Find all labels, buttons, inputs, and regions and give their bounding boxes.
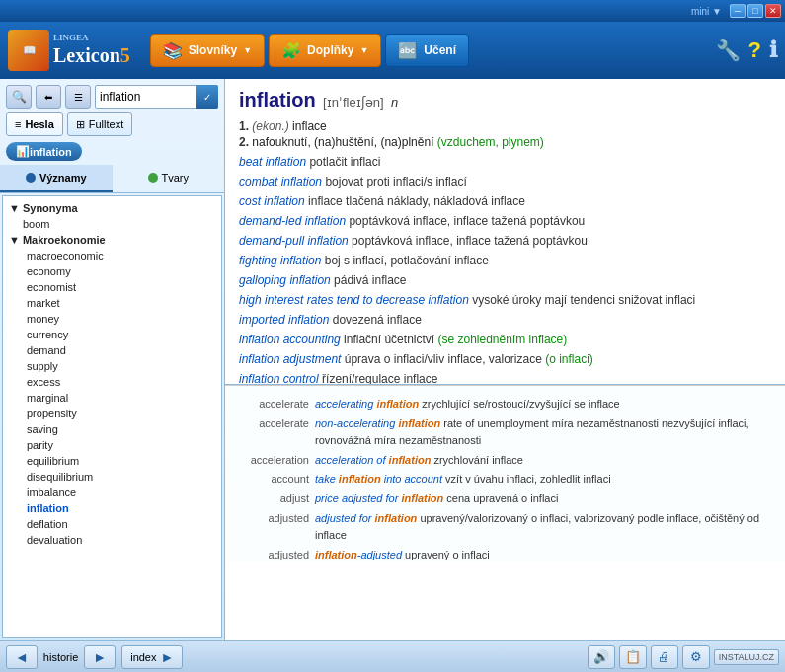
doplniky-button[interactable]: 🧩 Doplňky ▼ — [269, 34, 381, 67]
phrase-row: fighting inflation boj s inflací, potlač… — [239, 252, 771, 269]
app-logo: 📖 LINGEA Lexicon5 — [8, 30, 130, 71]
phrase-row: galloping inflation pádivá inflace — [239, 271, 771, 289]
phrase-row: high interest rates tend to decrease inf… — [239, 291, 771, 309]
bottom-content: acceleration of inflation zrychlování in… — [315, 452, 523, 470]
install-label[interactable]: INSTALUJ.CZ — [714, 649, 779, 665]
fulltext-icon: ⊞ — [76, 118, 85, 131]
dict-pos: n — [391, 95, 398, 110]
main-layout: 🔍 ⬅ ☰ ✓ ≡ Hesla ⊞ Fulltext 📊 inflation — [0, 79, 785, 640]
copy-button[interactable]: 📋 — [619, 645, 647, 669]
arrow-left-icon: ◄ — [15, 649, 29, 665]
search-back-button[interactable]: ⬅ — [36, 85, 61, 109]
mini-label[interactable]: mini ▼ — [685, 6, 728, 17]
speaker-button[interactable]: 🔊 — [588, 645, 615, 669]
bottom-area[interactable]: accelerateaccelerating inflation zrychlu… — [225, 385, 785, 562]
search-bar: 🔍 ⬅ ☰ ✓ — [0, 79, 224, 112]
bottom-content: take inflation into account vzít v úvahu… — [315, 471, 611, 488]
phrase-row: cost inflation inflace tlačená náklady, … — [239, 192, 771, 210]
print-button[interactable]: 🖨 — [651, 645, 678, 669]
bottom-key: adjusted — [235, 547, 309, 562]
dict-phrases: beat inflation potlačit inflacicombat in… — [239, 153, 771, 385]
dict-sense-row: 2. nafouknutí, (na)huštění, (na)plnění (… — [239, 135, 771, 149]
uceni-button[interactable]: 🔤 Učení — [385, 34, 469, 67]
index-arrow-icon: ► — [160, 649, 174, 665]
phrase-row: beat inflation potlačit inflaci — [239, 153, 771, 171]
bottom-key: acceleration — [235, 452, 309, 470]
tree-item[interactable]: disequilibrium — [3, 469, 221, 485]
tree-item[interactable]: marginal — [3, 390, 221, 406]
tree-item[interactable]: equilibrium — [3, 453, 221, 469]
tree-item[interactable]: market — [3, 295, 221, 311]
bottom-content: inflation-adjusted upravený o inflaci — [315, 547, 490, 562]
bottom-row: adjustedinflation-adjusted upravený o in… — [235, 547, 775, 562]
fulltext-tab[interactable]: ⊞ Fulltext — [67, 112, 132, 136]
title-bar: mini ▼ ─ □ ✕ — [0, 0, 785, 22]
tree-item[interactable]: macroeconomic — [3, 248, 221, 263]
tree-item[interactable]: economist — [3, 279, 221, 295]
tree-item[interactable]: currency — [3, 327, 221, 342]
dict-phonetic: [ɪnˈfleɪʃən] — [323, 95, 383, 110]
green-dot — [148, 173, 158, 183]
search-go-button[interactable]: ✓ — [196, 85, 218, 109]
tree-panel[interactable]: ▼ Synonymaboom▼ Makroekonomiemacroeconom… — [2, 195, 222, 638]
tree-item[interactable]: demand — [3, 342, 221, 358]
bottom-row: accelerationacceleration of inflation zr… — [235, 452, 775, 470]
phrase-row: inflation accounting inflační účetnictví… — [239, 331, 771, 348]
search-menu-button[interactable]: ☰ — [65, 85, 91, 109]
hist-back-button[interactable]: ◄ — [6, 645, 38, 669]
tree-item[interactable]: money — [3, 311, 221, 327]
tab-row: ≡ Hesla ⊞ Fulltext — [0, 112, 224, 140]
minimize-button[interactable]: ─ — [730, 4, 746, 18]
maximize-button[interactable]: □ — [747, 4, 763, 18]
tree-item[interactable]: excess — [3, 374, 221, 390]
tree-item[interactable]: saving — [3, 421, 221, 437]
tvary-toggle[interactable]: Tvary — [113, 165, 225, 192]
tree-item[interactable]: imbalance — [3, 485, 221, 500]
dict-word: inflation — [239, 89, 316, 111]
tree-item[interactable]: ▼ Makroekonomie — [3, 232, 221, 248]
tree-item[interactable]: supply — [3, 358, 221, 374]
histoire-label: historie — [43, 651, 78, 663]
dict-senses: 1. (ekon.) inflace2. nafouknutí, (na)huš… — [239, 119, 771, 149]
logo-bar: 📖 LINGEA Lexicon5 📚 Slovníky ▼ 🧩 Doplňky… — [0, 22, 785, 79]
bottom-content: price adjusted for inflation cena uprave… — [315, 490, 558, 508]
bottom-toolbar: ◄ historie ► index ► 🔊 📋 🖨 ⚙ INSTALUJ.CZ — [0, 640, 785, 672]
index-button[interactable]: index ► — [121, 645, 183, 669]
search-zoom-button[interactable]: 🔍 — [6, 85, 32, 109]
tree-item[interactable]: devaluation — [3, 532, 221, 548]
help-icon[interactable]: ? — [748, 37, 761, 63]
vyznamy-toggle[interactable]: Významy — [0, 165, 113, 192]
brand-sublabel: LINGEA — [53, 33, 130, 42]
puzzle-icon: 🧩 — [281, 41, 301, 60]
bottom-key: accelerate — [235, 415, 309, 450]
hesla-tab[interactable]: ≡ Hesla — [6, 112, 63, 136]
abc-icon: 🔤 — [398, 41, 418, 60]
dict-area[interactable]: inflation [ɪnˈfleɪʃən] n 1. (ekon.) infl… — [225, 79, 785, 385]
close-button[interactable]: ✕ — [765, 4, 781, 18]
phrase-row: imported inflation dovezená inflace — [239, 311, 771, 329]
settings-button[interactable]: ⚙ — [682, 645, 710, 669]
dict-header: inflation [ɪnˈfleɪʃən] n — [239, 89, 771, 112]
hist-fwd-button[interactable]: ► — [84, 645, 116, 669]
bottom-row: adjustprice adjusted for inflation cena … — [235, 490, 775, 508]
books-icon: 📚 — [163, 41, 183, 60]
tree-item[interactable]: propensity — [3, 406, 221, 421]
chart-icon: 📊 — [16, 145, 30, 158]
slovniky-button[interactable]: 📚 Slovníky ▼ — [150, 34, 265, 67]
toolbar-right: 🔊 📋 🖨 ⚙ INSTALUJ.CZ — [588, 645, 779, 669]
tree-item[interactable]: economy — [3, 263, 221, 279]
wrench-icon[interactable]: 🔧 — [716, 38, 741, 62]
brand-name: Lexicon5 — [53, 44, 130, 66]
bottom-content: non-accelerating inflation rate of unemp… — [315, 415, 775, 450]
nav-menu: 📚 Slovníky ▼ 🧩 Doplňky ▼ 🔤 Učení 🔧 ? ℹ — [150, 34, 777, 67]
info-icon[interactable]: ℹ — [769, 37, 777, 63]
bottom-key: adjusted — [235, 510, 309, 545]
tree-item[interactable]: deflation — [3, 516, 221, 532]
tree-item[interactable]: ▼ Synonyma — [3, 200, 221, 216]
blue-dot — [26, 173, 36, 183]
tree-item[interactable]: parity — [3, 437, 221, 453]
bottom-content: adjusted for inflation upravený/valorizo… — [315, 510, 775, 545]
bottom-row: accelerateaccelerating inflation zrychlu… — [235, 396, 775, 413]
tree-item[interactable]: inflation — [3, 500, 221, 516]
tree-item[interactable]: boom — [3, 216, 221, 232]
